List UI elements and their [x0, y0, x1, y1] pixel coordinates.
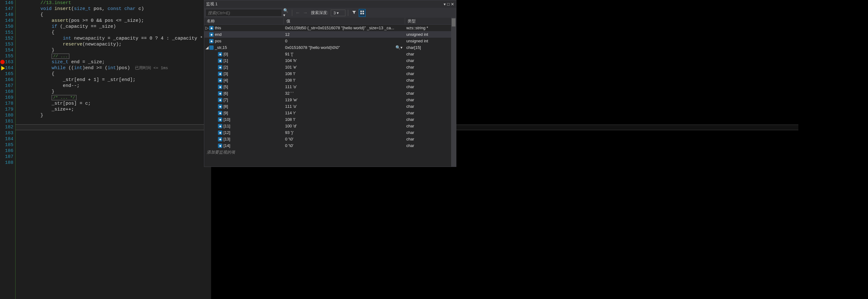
var-value[interactable]: 93 '}' [284, 130, 405, 135]
var-value[interactable]: 0 '\0' [284, 137, 405, 141]
var-type: wzs::string * [405, 26, 456, 30]
code-line[interactable]: while ((int)end >= (int)pos) 已用时间 <= 1ms [18, 65, 211, 71]
var-name: [6] [223, 91, 228, 96]
watch-row[interactable]: ◆[8]111 'o'char [204, 103, 456, 110]
visualizer-icon[interactable]: 🔍▾ [396, 45, 403, 50]
variable-icon: ◆ [209, 32, 214, 37]
code-line[interactable]: { [18, 71, 211, 77]
var-value[interactable]: 111 'o' [284, 104, 405, 109]
code-line[interactable] [18, 130, 211, 136]
watch-row[interactable]: ◆[12]93 '}'char [204, 129, 456, 136]
maximize-icon[interactable]: □ [447, 2, 450, 6]
watch-row[interactable]: ◆[6]32 ' 'char [204, 90, 456, 97]
watch-toolbar: 🔍▾ ← → 搜索深度: 3 ▾ [204, 8, 456, 18]
watch-row[interactable]: ◆end12unsigned int [204, 31, 456, 38]
code-line[interactable]: assert(pos >= 0 && pos <= _size); [18, 18, 211, 24]
code-line[interactable]: _str[pos] = c; [18, 101, 211, 107]
var-name: [12] [223, 130, 230, 135]
expander-icon[interactable]: ◢ [206, 45, 209, 50]
code-line[interactable] [18, 136, 211, 142]
watch-row[interactable]: ▷◆this0x0115fd50 {_str=0x01516078 "[hell… [204, 25, 456, 31]
var-value[interactable]: 0x0115fd50 {_str=0x01516078 "[hello worl… [284, 26, 405, 30]
watch-row[interactable]: ◆[13]0 '\0'char [204, 136, 456, 142]
var-type: unsigned int [405, 38, 456, 43]
var-value[interactable]: 108 'l' [284, 78, 405, 83]
watch-row[interactable]: ◆[1]104 'h'char [204, 57, 456, 64]
line-number: 167 [5, 83, 13, 89]
var-value[interactable]: 0x01516078 "[hello world}\0\0"🔍▾ [284, 45, 405, 50]
depth-dropdown[interactable]: 3 ▾ [331, 10, 346, 16]
var-name: [9] [223, 111, 228, 115]
close-icon[interactable]: ✕ [451, 2, 454, 6]
search-icon[interactable]: 🔍▾ [283, 10, 289, 16]
scrollbar[interactable] [451, 18, 456, 167]
var-value[interactable]: 91 '[' [284, 52, 405, 56]
back-icon[interactable]: ← [295, 10, 301, 16]
var-value[interactable]: 114 'r' [284, 111, 405, 115]
code-area[interactable]: //13.insert void insert(size_t pos, cons… [16, 0, 211, 299]
code-line[interactable]: } [18, 89, 211, 95]
code-line[interactable]: _size++; [18, 107, 211, 112]
watch-row[interactable]: ◆[9]114 'r'char [204, 110, 456, 116]
var-value[interactable]: 0 [284, 38, 405, 43]
code-line[interactable]: /* ... */ [18, 95, 211, 101]
code-line[interactable]: int newcapacity = _capacity == 0 ? 4 : _… [18, 35, 211, 42]
watch-row[interactable]: ◆[10]108 'l'char [204, 116, 456, 123]
var-value[interactable]: 100 'd' [284, 124, 405, 128]
forward-icon[interactable]: → [302, 10, 308, 16]
variable-icon: ◆ [218, 98, 222, 102]
var-value[interactable]: 108 'l' [284, 71, 405, 76]
add-watch-placeholder[interactable]: 添加要监视的项 [204, 149, 456, 156]
code-line[interactable]: //13.insert [18, 0, 211, 6]
dropdown-icon[interactable]: ▾ [444, 2, 446, 6]
col-value[interactable]: 值 [284, 18, 405, 24]
watch-row[interactable]: ◆[0]91 '['char [204, 51, 456, 57]
col-name[interactable]: 名称 [204, 18, 284, 24]
var-value[interactable]: 32 ' ' [284, 91, 405, 96]
scrollbar-thumb[interactable] [452, 18, 456, 26]
grid-icon[interactable] [359, 9, 366, 17]
code-line[interactable]: } [18, 47, 211, 53]
filter-icon[interactable] [351, 9, 358, 17]
watch-row[interactable]: ◢_str,150x01516078 "[hello world}\0\0"🔍▾… [204, 44, 456, 51]
var-value[interactable]: 111 'o' [284, 84, 405, 89]
code-line[interactable]: end--; [18, 83, 211, 89]
var-value[interactable]: 101 'e' [284, 65, 405, 70]
watch-row[interactable]: ◆[7]119 'w'char [204, 97, 456, 103]
code-line[interactable]: if (_capacity == _size) [18, 24, 211, 30]
code-editor[interactable]: 1461471481491501511521531541551631641651… [0, 0, 204, 299]
watch-row[interactable]: ◆pos0unsigned int [204, 38, 456, 44]
watch-row[interactable]: ◆[4]108 'l'char [204, 77, 456, 83]
code-line[interactable]: void insert(size_t pos, const char c) [18, 6, 211, 12]
code-line[interactable]: _str[end + 1] = _str[end]; [18, 77, 211, 83]
code-line[interactable]: } [18, 112, 211, 118]
code-line[interactable] [18, 142, 211, 148]
code-line[interactable] [18, 154, 211, 160]
code-line[interactable]: { [18, 30, 211, 35]
watch-row[interactable]: ◆[5]111 'o'char [204, 83, 456, 90]
var-value[interactable]: 104 'h' [284, 58, 405, 63]
code-line[interactable]: size_t end = _size; [18, 59, 211, 65]
expander-icon[interactable]: ▷ [206, 26, 209, 30]
var-value[interactable]: 119 'w' [284, 98, 405, 102]
var-value[interactable]: 12 [284, 32, 405, 37]
watch-row[interactable]: ◆[2]101 'e'char [204, 64, 456, 71]
code-line[interactable]: reserve(newcapacity); [18, 42, 211, 47]
var-type: char [405, 111, 456, 115]
code-line[interactable]: { [18, 12, 211, 18]
var-value[interactable]: 0 '\0' [284, 143, 405, 148]
watch-titlebar[interactable]: 监视 1 ▾ □ ✕ [204, 0, 456, 8]
watch-row[interactable]: ◆[14]0 '\0'char [204, 142, 456, 149]
code-line[interactable]: // ... [18, 53, 211, 59]
code-line[interactable] [18, 148, 211, 154]
code-line[interactable] [18, 160, 211, 166]
watch-row[interactable]: ◆[3]108 'l'char [204, 71, 456, 77]
var-value[interactable]: 108 'l' [284, 117, 405, 122]
breakpoint-gutter[interactable] [0, 0, 5, 299]
search-input[interactable] [206, 9, 282, 17]
watch-row[interactable]: ◆[11]100 'd'char [204, 123, 456, 129]
breakpoint-icon[interactable] [0, 60, 5, 64]
col-type[interactable]: 类型 [405, 18, 456, 24]
code-line[interactable] [18, 118, 211, 124]
variable-icon: ◆ [218, 104, 222, 109]
